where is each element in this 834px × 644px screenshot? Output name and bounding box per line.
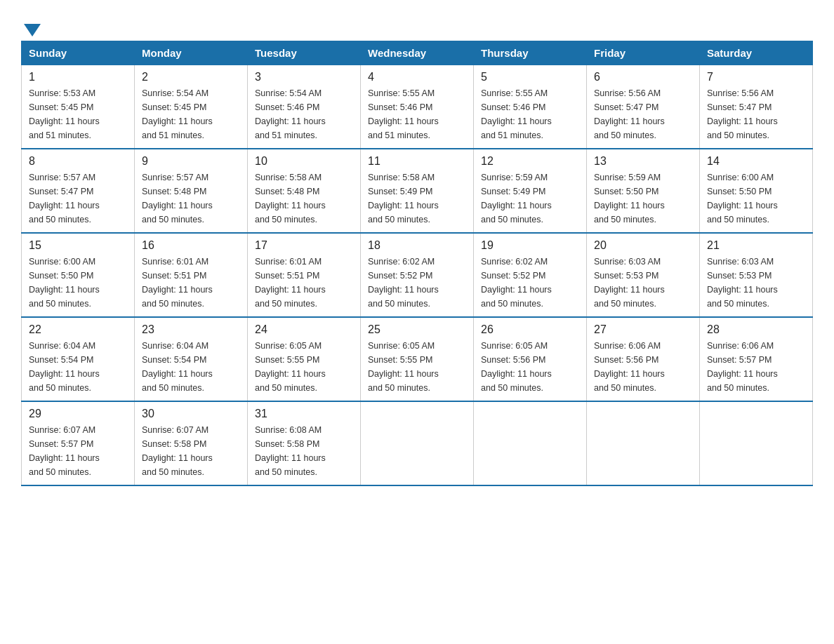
calendar-cell: 13 Sunrise: 5:59 AM Sunset: 5:50 PM Dayl… — [587, 149, 700, 233]
calendar-cell: 12 Sunrise: 5:59 AM Sunset: 5:49 PM Dayl… — [474, 149, 587, 233]
day-info: Sunrise: 5:56 AM Sunset: 5:47 PM Dayligh… — [707, 86, 805, 142]
day-info: Sunrise: 6:05 AM Sunset: 5:55 PM Dayligh… — [368, 339, 466, 395]
calendar-cell: 18 Sunrise: 6:02 AM Sunset: 5:52 PM Dayl… — [361, 233, 474, 317]
day-info: Sunrise: 6:04 AM Sunset: 5:54 PM Dayligh… — [142, 339, 240, 395]
calendar-cell: 23 Sunrise: 6:04 AM Sunset: 5:54 PM Dayl… — [135, 317, 248, 401]
day-number: 24 — [255, 323, 353, 336]
day-info: Sunrise: 6:06 AM Sunset: 5:56 PM Dayligh… — [594, 339, 692, 395]
day-info: Sunrise: 6:05 AM Sunset: 5:55 PM Dayligh… — [255, 339, 353, 395]
day-number: 9 — [142, 155, 240, 168]
calendar-cell: 24 Sunrise: 6:05 AM Sunset: 5:55 PM Dayl… — [248, 317, 361, 401]
calendar-cell: 14 Sunrise: 6:00 AM Sunset: 5:50 PM Dayl… — [700, 149, 813, 233]
calendar-cell — [700, 401, 813, 485]
day-number: 30 — [142, 408, 240, 420]
day-number: 4 — [368, 71, 466, 83]
calendar-week-4: 22 Sunrise: 6:04 AM Sunset: 5:54 PM Dayl… — [22, 317, 813, 401]
day-info: Sunrise: 5:59 AM Sunset: 5:50 PM Dayligh… — [594, 170, 692, 227]
calendar-cell: 17 Sunrise: 6:01 AM Sunset: 5:51 PM Dayl… — [248, 233, 361, 317]
calendar-cell: 11 Sunrise: 5:58 AM Sunset: 5:49 PM Dayl… — [361, 149, 474, 233]
calendar-cell: 20 Sunrise: 6:03 AM Sunset: 5:53 PM Dayl… — [587, 233, 700, 317]
day-info: Sunrise: 6:02 AM Sunset: 5:52 PM Dayligh… — [481, 255, 579, 311]
day-info: Sunrise: 6:00 AM Sunset: 5:50 PM Dayligh… — [29, 255, 127, 311]
day-info: Sunrise: 6:00 AM Sunset: 5:50 PM Dayligh… — [707, 170, 805, 227]
logo — [21, 21, 41, 34]
day-number: 1 — [29, 71, 127, 83]
calendar-week-2: 8 Sunrise: 5:57 AM Sunset: 5:47 PM Dayli… — [22, 149, 813, 233]
day-info: Sunrise: 6:05 AM Sunset: 5:56 PM Dayligh… — [481, 339, 579, 395]
calendar-cell: 26 Sunrise: 6:05 AM Sunset: 5:56 PM Dayl… — [474, 317, 587, 401]
calendar-cell: 29 Sunrise: 6:07 AM Sunset: 5:57 PM Dayl… — [22, 401, 135, 485]
day-number: 3 — [255, 71, 353, 83]
day-info: Sunrise: 6:01 AM Sunset: 5:51 PM Dayligh… — [142, 255, 240, 311]
calendar-cell — [587, 401, 700, 485]
day-info: Sunrise: 6:04 AM Sunset: 5:54 PM Dayligh… — [29, 339, 127, 395]
day-number: 12 — [481, 155, 579, 168]
day-info: Sunrise: 6:02 AM Sunset: 5:52 PM Dayligh… — [368, 255, 466, 311]
day-number: 19 — [481, 239, 579, 252]
day-number: 16 — [142, 239, 240, 252]
day-number: 13 — [594, 155, 692, 168]
day-number: 5 — [481, 71, 579, 83]
day-header-sunday: Sunday — [22, 41, 135, 65]
calendar-cell: 21 Sunrise: 6:03 AM Sunset: 5:53 PM Dayl… — [700, 233, 813, 317]
day-info: Sunrise: 5:54 AM Sunset: 5:46 PM Dayligh… — [255, 86, 353, 142]
day-info: Sunrise: 5:58 AM Sunset: 5:48 PM Dayligh… — [255, 170, 353, 227]
day-info: Sunrise: 6:08 AM Sunset: 5:58 PM Dayligh… — [255, 423, 353, 479]
day-info: Sunrise: 5:59 AM Sunset: 5:49 PM Dayligh… — [481, 170, 579, 227]
calendar-cell: 3 Sunrise: 5:54 AM Sunset: 5:46 PM Dayli… — [248, 65, 361, 149]
day-info: Sunrise: 5:57 AM Sunset: 5:48 PM Dayligh… — [142, 170, 240, 227]
day-number: 28 — [707, 323, 805, 336]
calendar-week-3: 15 Sunrise: 6:00 AM Sunset: 5:50 PM Dayl… — [22, 233, 813, 317]
day-number: 25 — [368, 323, 466, 336]
day-number: 7 — [707, 71, 805, 83]
calendar-cell: 4 Sunrise: 5:55 AM Sunset: 5:46 PM Dayli… — [361, 65, 474, 149]
calendar-week-1: 1 Sunrise: 5:53 AM Sunset: 5:45 PM Dayli… — [22, 65, 813, 149]
calendar-week-5: 29 Sunrise: 6:07 AM Sunset: 5:57 PM Dayl… — [22, 401, 813, 485]
day-info: Sunrise: 5:55 AM Sunset: 5:46 PM Dayligh… — [368, 86, 466, 142]
day-info: Sunrise: 6:03 AM Sunset: 5:53 PM Dayligh… — [707, 255, 805, 311]
day-header-saturday: Saturday — [700, 41, 813, 65]
calendar-cell: 7 Sunrise: 5:56 AM Sunset: 5:47 PM Dayli… — [700, 65, 813, 149]
calendar-cell: 31 Sunrise: 6:08 AM Sunset: 5:58 PM Dayl… — [248, 401, 361, 485]
day-number: 26 — [481, 323, 579, 336]
day-number: 2 — [142, 71, 240, 83]
calendar-cell: 8 Sunrise: 5:57 AM Sunset: 5:47 PM Dayli… — [22, 149, 135, 233]
day-number: 8 — [29, 155, 127, 168]
calendar-table: SundayMondayTuesdayWednesdayThursdayFrid… — [21, 41, 813, 486]
day-number: 18 — [368, 239, 466, 252]
day-info: Sunrise: 5:58 AM Sunset: 5:49 PM Dayligh… — [368, 170, 466, 227]
calendar-cell: 9 Sunrise: 5:57 AM Sunset: 5:48 PM Dayli… — [135, 149, 248, 233]
calendar-cell: 15 Sunrise: 6:00 AM Sunset: 5:50 PM Dayl… — [22, 233, 135, 317]
calendar-header-row: SundayMondayTuesdayWednesdayThursdayFrid… — [22, 41, 813, 65]
header — [21, 14, 813, 34]
calendar-cell: 5 Sunrise: 5:55 AM Sunset: 5:46 PM Dayli… — [474, 65, 587, 149]
day-info: Sunrise: 6:07 AM Sunset: 5:58 PM Dayligh… — [142, 423, 240, 479]
day-info: Sunrise: 5:55 AM Sunset: 5:46 PM Dayligh… — [481, 86, 579, 142]
day-header-tuesday: Tuesday — [248, 41, 361, 65]
day-number: 21 — [707, 239, 805, 252]
day-info: Sunrise: 5:53 AM Sunset: 5:45 PM Dayligh… — [29, 86, 127, 142]
day-number: 10 — [255, 155, 353, 168]
calendar-cell: 28 Sunrise: 6:06 AM Sunset: 5:57 PM Dayl… — [700, 317, 813, 401]
calendar-cell — [361, 401, 474, 485]
day-number: 29 — [29, 408, 127, 420]
day-number: 22 — [29, 323, 127, 336]
day-number: 14 — [707, 155, 805, 168]
day-number: 23 — [142, 323, 240, 336]
day-info: Sunrise: 6:06 AM Sunset: 5:57 PM Dayligh… — [707, 339, 805, 395]
calendar-cell: 6 Sunrise: 5:56 AM Sunset: 5:47 PM Dayli… — [587, 65, 700, 149]
day-number: 6 — [594, 71, 692, 83]
day-number: 20 — [594, 239, 692, 252]
calendar-cell: 2 Sunrise: 5:54 AM Sunset: 5:45 PM Dayli… — [135, 65, 248, 149]
day-info: Sunrise: 6:03 AM Sunset: 5:53 PM Dayligh… — [594, 255, 692, 311]
day-number: 17 — [255, 239, 353, 252]
day-header-monday: Monday — [135, 41, 248, 65]
day-number: 31 — [255, 408, 353, 420]
day-info: Sunrise: 5:56 AM Sunset: 5:47 PM Dayligh… — [594, 86, 692, 142]
day-info: Sunrise: 5:57 AM Sunset: 5:47 PM Dayligh… — [29, 170, 127, 227]
calendar-cell: 1 Sunrise: 5:53 AM Sunset: 5:45 PM Dayli… — [22, 65, 135, 149]
calendar-cell: 19 Sunrise: 6:02 AM Sunset: 5:52 PM Dayl… — [474, 233, 587, 317]
logo-arrow-icon — [24, 24, 41, 36]
calendar-cell: 22 Sunrise: 6:04 AM Sunset: 5:54 PM Dayl… — [22, 317, 135, 401]
calendar-cell — [474, 401, 587, 485]
